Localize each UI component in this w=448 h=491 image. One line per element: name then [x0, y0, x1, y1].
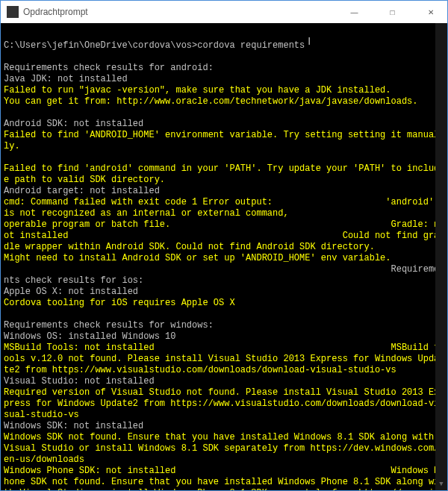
output-line: Windows SDK: not installed [4, 421, 143, 431]
text-cursor-icon: I [308, 36, 311, 47]
output-line: Android SDK: not installed [4, 119, 143, 129]
output-warning: Windows SDK not found. Ensure that you h… [4, 432, 439, 465]
output-line: Requirements check results for windows: [4, 320, 214, 331]
output-line: Java JDK: not installed [4, 74, 128, 84]
output-line: Requirements check results for ios: [4, 264, 439, 286]
command-prompt-window: Opdrachtprompt — □ ✕ C:\Users\jefin\OneD… [0, 0, 448, 491]
output-warning: Might need to install Android SDK or set… [4, 253, 391, 263]
output-warning: cmd: Command failed with exit code 1 Err… [4, 197, 439, 219]
output-line: Visual Studio: not installed [4, 376, 155, 387]
scrollbar[interactable]: ▼ [435, 23, 447, 490]
prompt-line: C:\Users\jefin\OneDrive\cordova\vos>cord… [4, 40, 305, 51]
terminal-output[interactable]: C:\Users\jefin\OneDrive\cordova\vos>cord… [1, 23, 447, 490]
output-warning: Windows Phone SDK: not installed Windows… [4, 466, 439, 490]
maximize-button[interactable]: □ [376, 1, 409, 23]
output-warning: MSBuild Tools: not installed MSBuild too… [4, 343, 439, 375]
output-line: Apple OS X: not installed [4, 287, 138, 297]
output-warning: Required version of Visual Studio not fo… [4, 387, 439, 420]
close-button[interactable]: ✕ [414, 1, 447, 23]
output-warning: Failed to run "javac -version", make sur… [4, 85, 391, 96]
output-line: Android target: not installed [4, 186, 160, 196]
minimize-button[interactable]: — [337, 1, 371, 23]
output-warning: Cordova tooling for iOS requires Apple O… [4, 298, 235, 308]
output-warning: operable program or batch file. Gradle: … [4, 219, 439, 252]
output-warning: Failed to find 'android' command in your… [4, 163, 439, 185]
output-warning: You can get it from: http://www.oracle.c… [4, 96, 418, 107]
window-title: Opdrachtprompt [23, 7, 333, 17]
output-warning: Failed to find 'ANDROID_HOME' environmen… [4, 130, 439, 151]
output-line: Windows OS: installed Windows 10 [4, 331, 175, 342]
titlebar[interactable]: Opdrachtprompt — □ ✕ [1, 1, 447, 23]
cmd-icon [7, 6, 19, 18]
scroll-down-icon[interactable]: ▼ [435, 478, 447, 490]
output-line: Requirements check results for android: [4, 63, 214, 73]
